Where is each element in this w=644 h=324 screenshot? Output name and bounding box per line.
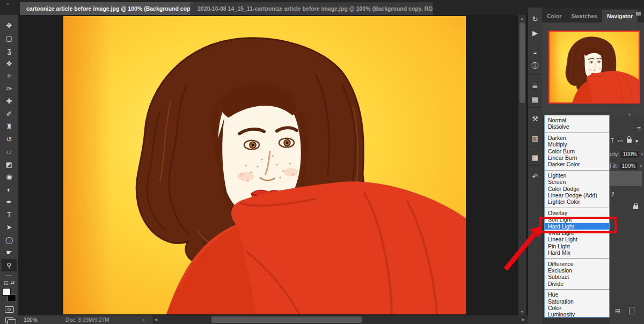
scroll-right-icon[interactable]: ▶ xyxy=(522,318,525,322)
background-color-swatch[interactable] xyxy=(8,294,16,302)
blend-mode-screen[interactable]: Screen xyxy=(545,179,609,185)
history-brush-tool-icon[interactable]: ↺ xyxy=(2,133,17,146)
dodge-tool-icon[interactable]: ◐ xyxy=(2,183,17,196)
mini-swatch-icon[interactable]: ◱ xyxy=(4,280,9,285)
actions-icon[interactable]: ▶ xyxy=(528,26,542,40)
device-history-icon[interactable]: ↻ xyxy=(528,12,542,26)
opacity-value[interactable]: 100% xyxy=(621,151,639,158)
tool-presets-icon[interactable]: ⚒ xyxy=(528,112,542,126)
adjustments-icon[interactable]: ◒ xyxy=(528,45,542,59)
hand-tool-icon[interactable]: ☛ xyxy=(2,246,17,259)
chevron-down-icon[interactable]: ∨ xyxy=(640,152,643,157)
selected-layer-row[interactable] xyxy=(610,171,642,186)
lock-fragment[interactable]: T xyxy=(611,138,614,144)
horizontal-scrollbar[interactable]: ◀ ▶ xyxy=(152,315,528,324)
document-image[interactable] xyxy=(63,16,466,314)
new-layer-icon[interactable]: ⊞ xyxy=(615,307,620,315)
opacity-label: city: xyxy=(610,151,619,157)
quick-selection-tool-icon[interactable]: ❖ xyxy=(2,57,17,70)
document-tab-active[interactable]: cartoonize article before image.jpg @ 10… xyxy=(20,2,191,15)
pen-tool-icon[interactable]: ✒ xyxy=(2,196,17,209)
blend-mode-multiply[interactable]: Multiply xyxy=(545,141,609,148)
fill-value[interactable]: 100% xyxy=(620,163,638,170)
blend-mode-darker-color[interactable]: Darker Color xyxy=(545,161,609,167)
type-tool-icon[interactable]: T xyxy=(2,209,17,222)
blend-mode-luminosity[interactable]: Luminosity xyxy=(545,311,609,318)
scroll-down-icon[interactable]: ▼ xyxy=(521,308,524,315)
path-selection-tool-icon[interactable]: ➤ xyxy=(2,221,17,234)
edit-toolbar-icon[interactable]: ⋯ xyxy=(2,271,17,279)
tab-swatches[interactable]: Swatches xyxy=(566,10,602,23)
blend-mode-linear-light[interactable]: Linear Light xyxy=(545,236,609,242)
background-layer-lock-icon[interactable] xyxy=(633,205,638,209)
tool-list: ✥▢ʓ❖⌗✑✚✐♜↺▱◩◉◐✒T➤◯☛⚲ xyxy=(2,19,17,271)
canvas-area[interactable]: ▲ ▼ xyxy=(18,15,528,315)
horizontal-scroll-thumb[interactable] xyxy=(211,316,362,323)
delete-layer-icon[interactable] xyxy=(629,308,634,314)
layers-menu-icon[interactable]: ≡ xyxy=(637,125,641,132)
zoom-tool-icon[interactable]: ⚲ xyxy=(2,259,17,272)
brush-tool-icon[interactable]: ✐ xyxy=(2,108,17,121)
eraser-tool-icon[interactable]: ▱ xyxy=(2,145,17,158)
document-tab-label: cartoonize article before image.jpg @ 10… xyxy=(26,5,191,12)
toolbar-grip[interactable]: ····· xyxy=(5,15,14,19)
tab-navigator[interactable]: Navigator xyxy=(602,10,638,23)
blend-mode-pin-light[interactable]: Pin Light xyxy=(545,243,609,249)
navigator-thumbnail[interactable] xyxy=(548,31,640,104)
blend-mode-lighten[interactable]: Lighten xyxy=(545,172,609,179)
blend-mode-subtract[interactable]: Subtract xyxy=(545,274,609,280)
clone-source-icon[interactable]: ▤ xyxy=(528,92,542,106)
gradient-tool-icon[interactable]: ◩ xyxy=(2,158,17,171)
blend-mode-divide[interactable]: Divide xyxy=(545,281,609,287)
brush-settings-icon[interactable]: ≣ xyxy=(528,78,542,92)
fill-label: Fill: xyxy=(610,163,618,169)
quick-mask-icon[interactable] xyxy=(5,306,14,313)
marquee-tool-icon[interactable]: ▢ xyxy=(2,32,17,45)
eyedropper-tool-icon[interactable]: ✑ xyxy=(2,83,17,95)
scroll-up-icon[interactable]: ▲ xyxy=(521,15,524,22)
move-tool-icon[interactable]: ✥ xyxy=(2,19,17,32)
panel-menu-icon[interactable] xyxy=(636,12,641,16)
status-popup-icon[interactable]: › xyxy=(143,316,145,323)
blend-mode-color-burn[interactable]: Color Burn xyxy=(545,148,609,154)
blend-mode-linear-dodge-add-[interactable]: Linear Dodge (Add) xyxy=(545,192,609,198)
blend-mode-normal[interactable]: Normal xyxy=(545,117,609,123)
blend-mode-dissolve[interactable]: Dissolve xyxy=(545,123,609,130)
lock-all-icon[interactable] xyxy=(627,139,632,143)
clone-stamp-tool-icon[interactable]: ♜ xyxy=(2,120,17,133)
blur-tool-icon[interactable]: ◉ xyxy=(2,171,17,183)
libraries-icon[interactable]: ▥ xyxy=(528,131,542,145)
info-icon[interactable]: ⓘ xyxy=(528,59,542,73)
tab-color[interactable]: Color xyxy=(542,10,566,23)
zoom-level-field[interactable]: 100% xyxy=(18,317,52,323)
blend-mode-saturation[interactable]: Saturation xyxy=(545,298,609,305)
blend-mode-lighter-color[interactable]: Lighter Color xyxy=(545,198,609,205)
fill-pin-icon[interactable]: ● xyxy=(635,138,639,144)
lasso-tool-icon[interactable]: ʓ xyxy=(2,45,17,57)
history-icon[interactable]: ↶ xyxy=(528,170,542,183)
blend-mode-difference[interactable]: Difference xyxy=(545,261,609,267)
vertical-scroll-thumb[interactable] xyxy=(519,23,525,103)
scroll-left-icon[interactable]: ◀ xyxy=(155,318,157,322)
healing-brush-tool-icon[interactable]: ✚ xyxy=(2,95,17,108)
document-tab-inactive[interactable]: 2020-10-08 14_15_11-cartoonize article b… xyxy=(191,2,433,15)
blend-mode-darken[interactable]: Darken xyxy=(545,135,609,141)
shape-tool-icon[interactable]: ◯ xyxy=(2,234,17,247)
lock-frame-icon[interactable]: ▭ xyxy=(618,138,623,144)
blend-mode-hard-mix[interactable]: Hard Mix xyxy=(545,249,609,256)
swap-colors-icon[interactable]: ⇄ xyxy=(10,280,14,285)
crop-tool-icon[interactable]: ⌗ xyxy=(2,70,17,83)
blend-mode-linear-burn[interactable]: Linear Burn xyxy=(545,154,609,161)
chevron-down-icon[interactable]: ∨ xyxy=(639,164,642,168)
foreground-color-swatch[interactable] xyxy=(2,288,11,296)
opacity-row: city: 100% ∨ xyxy=(610,151,644,158)
blend-mode-color-dodge[interactable]: Color Dodge xyxy=(545,186,609,192)
screen-mode-icon[interactable] xyxy=(5,317,13,323)
blend-mode-exclusion[interactable]: Exclusion xyxy=(545,267,609,274)
tab-overflow-icon[interactable]: » xyxy=(6,1,10,6)
blend-mode-overlay[interactable]: Overlay xyxy=(545,210,609,216)
gradients-icon[interactable]: ▦ xyxy=(528,150,542,164)
vertical-scrollbar[interactable]: ▲ ▼ xyxy=(518,15,526,315)
blend-mode-color[interactable]: Color xyxy=(545,305,609,311)
blend-mode-hue[interactable]: Hue xyxy=(545,291,609,298)
